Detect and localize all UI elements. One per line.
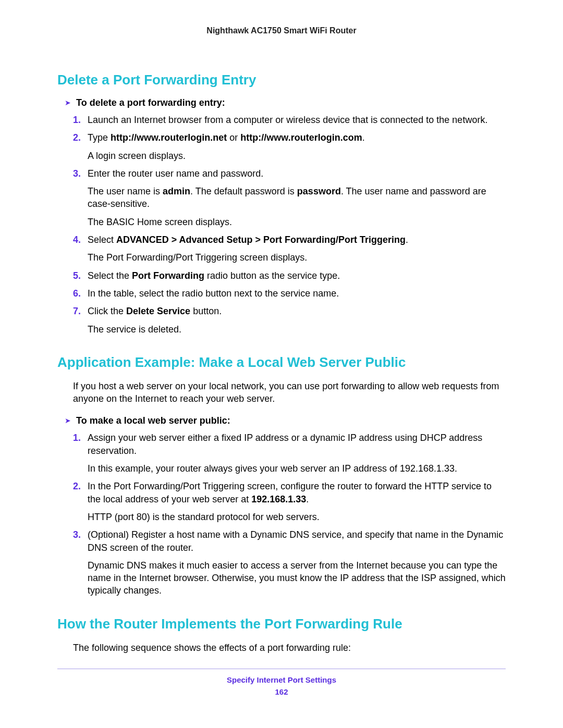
step-result: The service is deleted.: [88, 323, 506, 336]
step-result: The Port Forwarding/Port Triggering scre…: [88, 251, 506, 264]
step-text: .: [306, 494, 309, 504]
steps-web-server-public: Assign your web server either a fixed IP…: [73, 431, 506, 597]
step-text: Enter the router user name and password.: [88, 168, 263, 179]
heading-how-implements: How the Router Implements the Port Forwa…: [57, 616, 506, 632]
step: Enter the router user name and password.…: [73, 167, 506, 228]
step-text: .: [362, 132, 365, 143]
bold-text: password: [297, 186, 341, 196]
step: In the table, select the radio button ne…: [73, 287, 506, 300]
footer-page-number: 162: [57, 687, 506, 696]
step-result: In this example, your router always give…: [88, 462, 506, 475]
step: In the Port Forwarding/Port Triggering s…: [73, 480, 506, 523]
step-text: button.: [190, 306, 222, 316]
step-result: Dynamic DNS makes it much easier to acce…: [88, 559, 506, 597]
step-text: Select the: [88, 270, 132, 281]
step-text: .: [406, 235, 408, 245]
step-result: The user name is admin. The default pass…: [88, 185, 506, 211]
document-title: Nighthawk AC1750 Smart WiFi Router: [57, 26, 506, 35]
bold-text: http://www.routerlogin.net: [111, 132, 227, 143]
section-intro: The following sequence shows the effects…: [73, 641, 506, 654]
step-text: radio button as the service type.: [204, 270, 340, 281]
task-delete-entry: ➤ To delete a port forwarding entry:: [65, 97, 506, 108]
step: Assign your web server either a fixed IP…: [73, 431, 506, 475]
step-text: Type: [88, 132, 111, 143]
triangle-right-icon: ➤: [65, 98, 71, 107]
step-result: The BASIC Home screen displays.: [88, 216, 506, 228]
bold-text: Port Forwarding: [132, 270, 204, 281]
step-text: (Optional) Register a host name with a D…: [88, 529, 503, 552]
bold-text: admin: [163, 186, 190, 196]
bold-text: Delete Service: [126, 306, 190, 316]
step-text: or: [227, 132, 240, 143]
bold-text: 192.168.1.33: [251, 494, 306, 504]
step: Select the Port Forwarding radio button …: [73, 269, 506, 282]
steps-delete-entry: Launch an Internet browser from a comput…: [73, 114, 506, 336]
page: Nighthawk AC1750 Smart WiFi Router Delet…: [0, 0, 563, 728]
heading-web-server-public: Application Example: Make a Local Web Se…: [57, 354, 506, 371]
text: The user name is: [88, 186, 163, 196]
step-text: Click the: [88, 306, 126, 316]
step-text: Select: [88, 235, 116, 245]
step: Type http://www.routerlogin.net or http:…: [73, 131, 506, 162]
page-footer: Specify Internet Port Settings 162: [57, 675, 506, 696]
footer-divider: [57, 669, 506, 669]
bold-text: http://www.routerlogin.com: [240, 132, 362, 143]
text: . The default password is: [190, 186, 297, 196]
step: Launch an Internet browser from a comput…: [73, 114, 506, 126]
bold-text: ADVANCED > Advanced Setup > Port Forward…: [116, 235, 406, 245]
step-result: A login screen displays.: [88, 150, 506, 162]
task-web-server-public: ➤ To make a local web server public:: [65, 415, 506, 426]
section-intro: If you host a web server on your local n…: [73, 380, 506, 405]
step-result: HTTP (port 80) is the standard protocol …: [88, 511, 506, 523]
step-text: Assign your web server either a fixed IP…: [88, 433, 482, 455]
step-text: In the table, select the radio button ne…: [88, 288, 339, 299]
step: (Optional) Register a host name with a D…: [73, 528, 506, 597]
triangle-right-icon: ➤: [65, 416, 71, 425]
step: Click the Delete Service button. The ser…: [73, 305, 506, 336]
step-text: Launch an Internet browser from a comput…: [88, 115, 487, 125]
footer-title: Specify Internet Port Settings: [57, 675, 506, 684]
task-label: To make a local web server public:: [76, 415, 230, 426]
step: Select ADVANCED > Advanced Setup > Port …: [73, 233, 506, 264]
task-label: To delete a port forwarding entry:: [76, 97, 225, 108]
heading-delete-entry: Delete a Port Forwarding Entry: [57, 72, 506, 88]
